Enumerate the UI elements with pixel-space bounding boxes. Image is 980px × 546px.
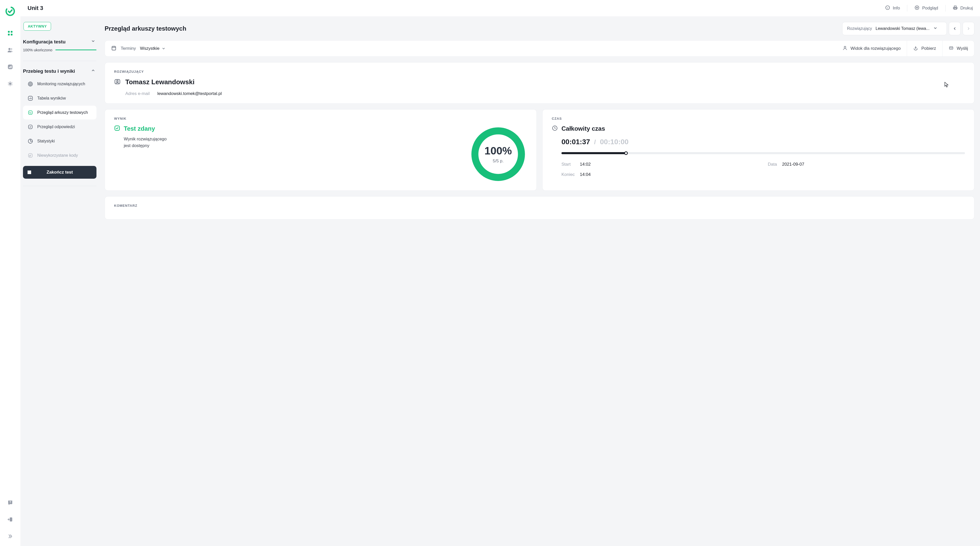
score-percent: 100% — [484, 145, 512, 157]
svg-text:?: ? — [10, 501, 11, 504]
check-square-icon — [27, 124, 33, 130]
sidebar-item-label: Tabela wyników — [37, 96, 66, 100]
end-time: 14:04 — [580, 172, 763, 177]
svg-point-24 — [29, 156, 30, 156]
sidebar-item-label: Niewykorzystane kody — [37, 153, 78, 158]
end-test-button[interactable]: Zakończ test — [23, 166, 97, 179]
dashboard-icon[interactable] — [6, 30, 14, 37]
svg-rect-12 — [10, 517, 12, 522]
config-section-toggle[interactable]: Konfiguracja testu — [22, 38, 97, 48]
sidebar-item-unused-codes[interactable]: Niewykorzystane kody — [23, 148, 97, 162]
eye-icon — [915, 5, 920, 11]
app-logo — [5, 6, 15, 18]
solver-view-button[interactable]: Widok dla rozwiązującego — [836, 41, 907, 56]
topbar: Unit 3 Info Podgląd Drukuj — [21, 0, 980, 16]
email-label: Adres e-mail — [125, 91, 150, 96]
time-card: CZAS Całkowity czas 00:01:37 / 00:10:00 — [542, 109, 974, 191]
svg-rect-10 — [11, 65, 12, 68]
score-donut: 100% 5/5 p. — [469, 125, 527, 183]
logout-icon[interactable] — [6, 516, 14, 523]
chevron-down-icon — [91, 39, 95, 45]
svg-rect-8 — [9, 67, 10, 68]
svg-rect-3 — [8, 34, 10, 35]
svg-rect-1 — [8, 31, 10, 33]
svg-rect-9 — [10, 66, 11, 68]
page-title: Unit 3 — [27, 5, 43, 11]
svg-rect-4 — [11, 34, 13, 35]
result-subtitle: Wynik rozwiązującego jest dostępny — [114, 136, 173, 149]
check-square-icon — [114, 125, 120, 132]
solver-card: ROZWIĄZUJĄCY Tomasz Lewandowski Adres e-… — [105, 62, 974, 103]
svg-rect-25 — [112, 46, 116, 50]
users-icon[interactable] — [6, 46, 14, 54]
sidebar-item-statistics[interactable]: Statystyki — [23, 134, 97, 148]
sidebar-item-sheet-review[interactable]: Przegląd arkuszy testowych — [23, 106, 97, 119]
svg-point-5 — [8, 48, 11, 50]
content-toolbar: Terminy Wszystkie Widok dla rozwiązujące… — [105, 40, 974, 57]
sidebar-item-label: Przegląd odpowiedzi — [37, 124, 75, 129]
calendar-icon — [111, 45, 117, 52]
progress-label: 100% ukończono — [23, 48, 52, 52]
prev-solver-button[interactable] — [949, 22, 961, 35]
expand-icon[interactable] — [6, 533, 14, 540]
chevron-up-icon — [91, 68, 95, 74]
pie-icon — [27, 138, 33, 144]
sidebar-item-results-table[interactable]: Tabela wyników — [23, 91, 97, 105]
result-card: WYNIK Test zdany Wynik rozwiązującego je… — [105, 109, 537, 191]
icon-rail: ? — [0, 0, 21, 546]
key-icon — [27, 153, 33, 158]
content-title: Przegląd arkuszy testowych — [105, 25, 186, 32]
bar-chart-icon — [27, 96, 33, 101]
svg-point-14 — [915, 6, 919, 10]
side-panel: AKTYWNY Konfiguracja testu 100% ukończon… — [21, 16, 99, 546]
mail-icon — [948, 45, 954, 52]
status-badge: AKTYWNY — [24, 22, 51, 31]
target-icon — [27, 81, 33, 87]
sidebar-item-label: Monitoring rozwiązujących — [37, 82, 85, 86]
info-icon — [885, 5, 890, 11]
info-button[interactable]: Info — [885, 5, 900, 11]
sidebar-item-answer-review[interactable]: Przegląd odpowiedzi — [23, 120, 97, 134]
comment-card: KOMENTARZ — [105, 196, 974, 220]
progress-bar — [56, 49, 97, 50]
svg-point-6 — [11, 48, 12, 50]
terms-dropdown[interactable]: Wszystkie — [140, 46, 166, 51]
id-icon — [114, 78, 121, 86]
svg-rect-2 — [11, 31, 13, 33]
solver-dropdown[interactable]: Rozwiązujący Lewandowski Tomasz (lewa... — [842, 22, 947, 35]
solver-name: Tomasz Lewandowski — [125, 78, 194, 86]
svg-point-29 — [117, 80, 118, 82]
sheet-icon — [27, 110, 33, 115]
chevron-down-icon — [933, 26, 938, 32]
help-icon[interactable]: ? — [6, 499, 14, 506]
sidebar-item-label: Statystyki — [37, 139, 55, 143]
stop-icon — [27, 170, 31, 174]
date-value: 2021-09-07 — [782, 162, 965, 167]
svg-point-26 — [844, 46, 846, 48]
download-icon — [913, 45, 918, 52]
print-icon — [953, 5, 958, 11]
analytics-icon[interactable] — [6, 63, 14, 70]
svg-rect-20 — [29, 111, 32, 115]
time-elapsed: 00:01:37 — [562, 138, 590, 146]
results-section-toggle[interactable]: Przebieg testu i wyniki — [22, 67, 97, 77]
user-icon — [842, 45, 848, 52]
next-solver-button[interactable] — [963, 22, 974, 35]
settings-icon[interactable] — [6, 80, 14, 87]
svg-point-18 — [30, 84, 30, 84]
clock-icon — [552, 125, 558, 132]
send-button[interactable]: Wyślij — [942, 41, 974, 56]
sidebar-item-monitoring[interactable]: Monitoring rozwiązujących — [23, 77, 97, 91]
download-button[interactable]: Pobierz — [907, 41, 942, 56]
time-total: 00:10:00 — [600, 138, 628, 146]
email-value: lewandowski.tomek@testportal.pl — [157, 91, 222, 96]
terms-label: Terminy — [121, 46, 136, 51]
preview-button[interactable]: Podgląd — [915, 5, 938, 11]
result-title: Test zdany — [124, 125, 155, 132]
svg-point-15 — [916, 7, 918, 8]
start-time: 14:02 — [580, 162, 763, 167]
print-button[interactable]: Drukuj — [953, 5, 973, 11]
time-progress-bar — [562, 152, 965, 154]
sidebar-item-label: Przegląd arkuszy testowych — [37, 110, 88, 115]
content-area: Przegląd arkuszy testowych Rozwiązujący … — [99, 16, 980, 546]
